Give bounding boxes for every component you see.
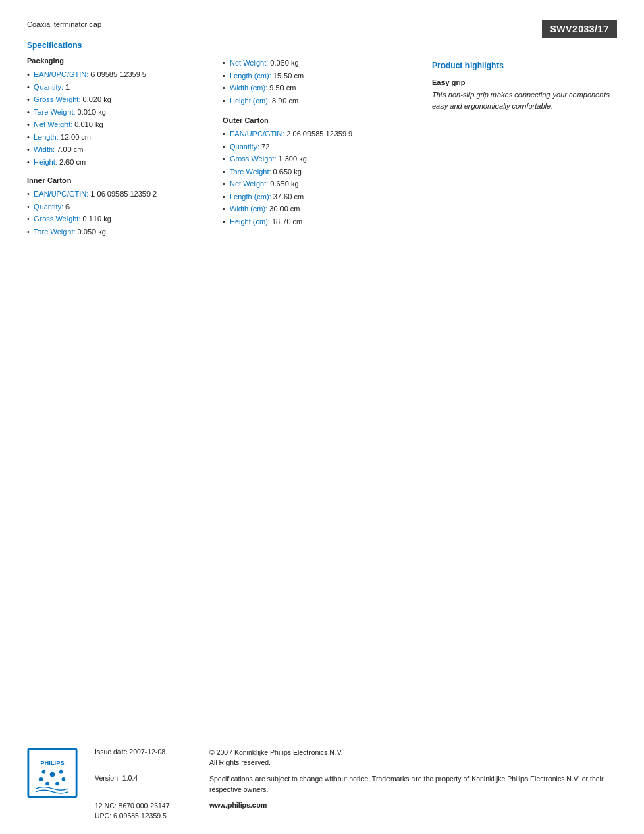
list-item: Width (cm): 30.00 cm <box>223 203 405 215</box>
list-item: Net Weight: 0.650 kg <box>223 178 405 190</box>
copyright-line2: All Rights reserved. <box>209 758 271 766</box>
spec-label: Height (cm): <box>230 97 272 105</box>
spec-label: Quantity: <box>230 142 261 151</box>
spec-value: 0.020 kg <box>83 95 111 103</box>
nc-upc: 12 NC: 8670 000 26147 UPC: 6 09585 12359… <box>95 801 203 823</box>
spec-label: Tare Weight: <box>230 167 273 176</box>
notice-text: Specifications are subject to change wit… <box>209 774 617 796</box>
spec-value: 0.010 kg <box>78 108 106 116</box>
spec-label: Gross Weight: <box>34 215 83 223</box>
spec-label: EAN/UPC/GTIN: <box>230 130 286 138</box>
spec-value: 0.060 kg <box>270 59 298 67</box>
spec-value: 0.050 kg <box>78 228 106 236</box>
list-item: Height: 2.60 cm <box>27 156 223 169</box>
list-item: Tare Weight: 0.010 kg <box>27 106 223 119</box>
outer-carton-title: Outer Carton <box>223 116 405 124</box>
list-item: Length (cm): 37.60 cm <box>223 190 405 203</box>
svg-point-6 <box>62 777 66 781</box>
list-item: Quantity: 1 <box>27 81 223 94</box>
packaging-list: EAN/UPC/GTIN: 6 09585 12359 5 Quantity: … <box>27 68 223 168</box>
inner-carton-list: EAN/UPC/GTIN: 1 06 09585 12359 2 Quantit… <box>27 188 223 238</box>
spec-value: 6 09585 12359 5 <box>90 70 146 78</box>
version-label: Version: 1.0.4 <box>95 774 203 796</box>
spec-value: 1 06 09585 12359 2 <box>90 190 157 198</box>
spec-label: Width (cm): <box>230 205 269 213</box>
list-item: Quantity: 72 <box>223 140 405 153</box>
spec-value: 8.90 cm <box>272 97 298 105</box>
copyright-line1: © 2007 Koninklijke Philips Electronics N… <box>209 748 343 756</box>
svg-point-3 <box>42 769 46 773</box>
product-highlights-title: Product highlights <box>432 61 617 70</box>
svg-point-7 <box>45 781 49 785</box>
list-item: Gross Weight: 0.110 kg <box>27 213 223 226</box>
highlight-item-desc: This non-slip grip makes connecting your… <box>432 89 617 111</box>
highlight-item: Easy grip This non-slip grip makes conne… <box>432 78 617 111</box>
svg-point-8 <box>55 781 59 785</box>
spec-label: Net Weight: <box>34 120 74 128</box>
spec-label: Height: <box>34 158 59 166</box>
specs-col-right: Net Weight: 0.060 kg Length (cm): 15.50 … <box>223 57 405 241</box>
svg-point-2 <box>50 771 55 777</box>
spec-value: 0.650 kg <box>270 180 298 188</box>
issue-date-label: Issue date 2007-12-08 <box>95 748 203 769</box>
list-item: EAN/UPC/GTIN: 6 09585 12359 5 <box>27 68 223 81</box>
svg-point-5 <box>39 777 43 781</box>
list-item: Length: 12.00 cm <box>27 131 223 144</box>
spec-label: Length (cm): <box>230 192 273 201</box>
highlight-item-title: Easy grip <box>432 78 617 86</box>
footer-info: Issue date 2007-12-08 © 2007 Koninklijke… <box>95 748 617 823</box>
left-panel: Coaxial terminator cap Specifications Pa… <box>27 20 419 241</box>
nc-label: 12 NC: 8670 000 26147 <box>95 802 170 810</box>
spec-value: 7.00 cm <box>57 145 83 153</box>
spec-value: 9.50 cm <box>269 84 296 92</box>
philips-logo: PHILIPS <box>27 748 81 800</box>
spec-label: Quantity: <box>34 203 65 211</box>
packaging-title: Packaging <box>27 57 223 65</box>
spec-label: Tare Weight: <box>34 108 78 116</box>
footer: PHILIPS Issue date 2007-12-08 © 2007 Kon… <box>0 735 644 835</box>
spec-value: 0.010 kg <box>74 120 103 128</box>
upc-label: UPC: 6 09585 12359 5 <box>95 812 167 820</box>
spec-label: Gross Weight: <box>230 155 279 163</box>
spec-value: 0.110 kg <box>83 215 111 223</box>
list-item: Net Weight: 0.010 kg <box>27 118 223 131</box>
website: www.philips.com <box>209 801 617 809</box>
list-item: Length (cm): 15.50 cm <box>223 70 405 82</box>
list-item: Width (cm): 9.50 cm <box>223 82 405 95</box>
spec-label: Height (cm): <box>230 217 272 226</box>
right-panel: SWV2033/17 Product highlights Easy grip … <box>419 20 617 241</box>
spec-value: 18.70 cm <box>272 217 302 226</box>
specs-col-left: Packaging EAN/UPC/GTIN: 6 09585 12359 5 … <box>27 57 223 241</box>
spec-value: 37.60 cm <box>273 192 304 201</box>
svg-point-4 <box>59 769 63 773</box>
list-item: Gross Weight: 1.300 kg <box>223 153 405 165</box>
product-title: Coaxial terminator cap <box>27 20 405 28</box>
spec-label: Length: <box>34 133 61 141</box>
col2-packaging-list: Net Weight: 0.060 kg Length (cm): 15.50 … <box>223 57 405 107</box>
spec-value: 1.300 kg <box>279 155 307 163</box>
spec-label: Width (cm): <box>230 84 269 92</box>
specifications-title: Specifications <box>27 41 405 50</box>
spec-label: Tare Weight: <box>34 228 78 236</box>
list-item: Tare Weight: 0.650 kg <box>223 165 405 178</box>
list-item: Tare Weight: 0.050 kg <box>27 226 223 238</box>
spec-value: 6 <box>65 203 70 211</box>
spec-value: 72 <box>261 142 269 151</box>
inner-carton-title: Inner Carton <box>27 176 223 184</box>
spec-label: Gross Weight: <box>34 95 83 103</box>
spec-label: Net Weight: <box>230 180 270 188</box>
list-item: Width: 7.00 cm <box>27 143 223 156</box>
spec-label: Width: <box>34 145 57 153</box>
list-item: Height (cm): 18.70 cm <box>223 215 405 228</box>
list-item: Quantity: 6 <box>27 201 223 213</box>
spec-value: 0.650 kg <box>273 167 302 176</box>
specs-columns: Packaging EAN/UPC/GTIN: 6 09585 12359 5 … <box>27 57 405 241</box>
list-item: Height (cm): 8.90 cm <box>223 95 405 107</box>
spec-label: EAN/UPC/GTIN: <box>34 190 90 198</box>
product-id: SWV2033/17 <box>542 20 618 38</box>
svg-text:PHILIPS: PHILIPS <box>40 760 64 766</box>
list-item: Gross Weight: 0.020 kg <box>27 93 223 106</box>
spec-value: 15.50 cm <box>273 72 304 80</box>
spec-label: Length (cm): <box>230 72 273 80</box>
spec-value: 1 <box>65 83 70 91</box>
